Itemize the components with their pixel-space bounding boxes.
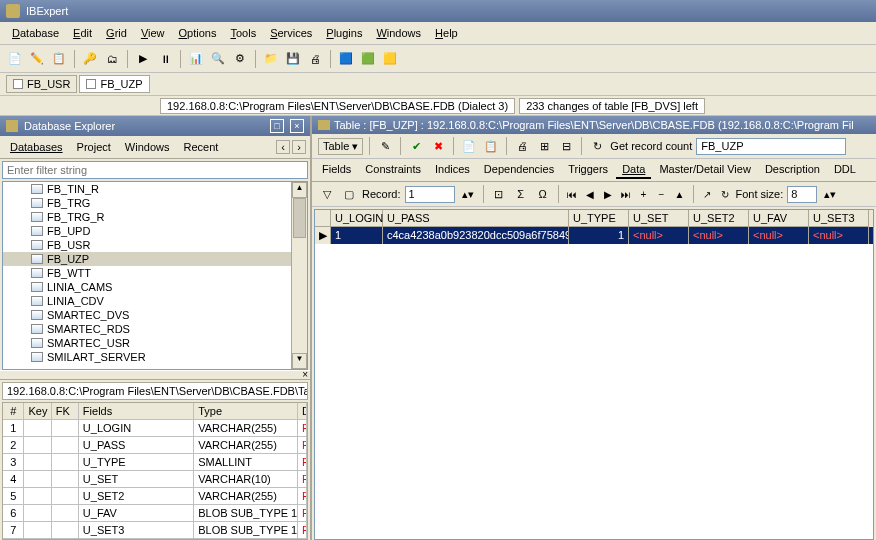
table-name-input[interactable] bbox=[696, 138, 846, 155]
tab-ddl[interactable]: DDL bbox=[828, 161, 862, 179]
field-row[interactable]: 6U_FAVBLOB SUB_TYPE 1 S...F bbox=[3, 505, 307, 522]
scrollbar[interactable]: ▲ ▼ bbox=[291, 182, 307, 369]
menu-services[interactable]: Services bbox=[264, 25, 318, 41]
field-row[interactable]: 5U_SET2VARCHAR(255)F bbox=[3, 488, 307, 505]
spin-icon[interactable]: ▴▾ bbox=[821, 185, 839, 203]
tab-windows[interactable]: Windows bbox=[119, 139, 176, 155]
tree-item[interactable]: SMARTEC_DVS bbox=[3, 308, 307, 322]
close-icon[interactable]: × bbox=[290, 119, 304, 133]
menu-edit[interactable]: Edit bbox=[67, 25, 98, 41]
tree-item[interactable]: SMILART_SERVER bbox=[3, 350, 307, 364]
menu-windows[interactable]: Windows bbox=[370, 25, 427, 41]
field-row[interactable]: 3U_TYPESMALLINTF bbox=[3, 454, 307, 471]
tool-icon[interactable]: 📁 bbox=[262, 50, 280, 68]
tool-icon[interactable]: 📄 bbox=[460, 137, 478, 155]
splitter[interactable]: × bbox=[0, 370, 310, 380]
nav-first-icon[interactable]: ⏮ bbox=[565, 189, 579, 200]
tab-dependencies[interactable]: Dependencies bbox=[478, 161, 560, 179]
tab-description[interactable]: Description bbox=[759, 161, 826, 179]
tool-icon[interactable]: 📄 bbox=[6, 50, 24, 68]
tab-triggers[interactable]: Triggers bbox=[562, 161, 614, 179]
tool-icon[interactable]: ✎ bbox=[376, 137, 394, 155]
tool-icon[interactable]: 🟦 bbox=[337, 50, 355, 68]
tool-icon[interactable]: 🔑 bbox=[81, 50, 99, 68]
refresh-icon[interactable]: ↻ bbox=[588, 137, 606, 155]
table-dropdown[interactable]: Table ▾ bbox=[318, 138, 363, 155]
tree-item[interactable]: FB_UZP bbox=[3, 252, 307, 266]
menu-tools[interactable]: Tools bbox=[224, 25, 262, 41]
nav-prev-icon[interactable]: ◀ bbox=[583, 189, 597, 200]
tool-icon[interactable]: ⊡ bbox=[490, 185, 508, 203]
menu-view[interactable]: View bbox=[135, 25, 171, 41]
tab-indices[interactable]: Indices bbox=[429, 161, 476, 179]
rollback-icon[interactable]: ✖ bbox=[429, 137, 447, 155]
commit-icon[interactable]: ✔ bbox=[407, 137, 425, 155]
close-icon[interactable]: × bbox=[302, 369, 308, 380]
tree-item[interactable]: FB_WTT bbox=[3, 266, 307, 280]
tree-item[interactable]: SMARTEC_RDS bbox=[3, 322, 307, 336]
nav-prev-icon[interactable]: ‹ bbox=[276, 140, 290, 154]
tool-icon[interactable]: ⏸ bbox=[156, 50, 174, 68]
tab-recent[interactable]: Recent bbox=[177, 139, 224, 155]
tool-icon[interactable]: ✏️ bbox=[28, 50, 46, 68]
field-row[interactable]: 2U_PASSVARCHAR(255)F bbox=[3, 437, 307, 454]
tool-icon[interactable]: 📊 bbox=[187, 50, 205, 68]
tool-icon[interactable]: ⊟ bbox=[557, 137, 575, 155]
tab-databases[interactable]: Databases bbox=[4, 139, 69, 155]
scroll-up-icon[interactable]: ▲ bbox=[292, 182, 307, 198]
tool-icon[interactable]: 🟨 bbox=[381, 50, 399, 68]
scroll-down-icon[interactable]: ▼ bbox=[292, 353, 307, 369]
tool-icon[interactable]: 🟩 bbox=[359, 50, 377, 68]
nav-next-icon[interactable]: ▶ bbox=[601, 189, 615, 200]
nav-arrow-icon[interactable]: ↗ bbox=[700, 189, 714, 200]
refresh-icon[interactable]: ↻ bbox=[718, 189, 732, 200]
get-record-count-label[interactable]: Get record count bbox=[610, 140, 692, 152]
filter-icon[interactable]: ▽ bbox=[318, 185, 336, 203]
tree-item[interactable]: LINIA_CAMS bbox=[3, 280, 307, 294]
print-icon[interactable]: 🖨 bbox=[513, 137, 531, 155]
menu-database[interactable]: Database bbox=[6, 25, 65, 41]
nav-add-icon[interactable]: + bbox=[637, 189, 651, 200]
tool-icon[interactable]: ⚙ bbox=[231, 50, 249, 68]
menu-plugins[interactable]: Plugins bbox=[320, 25, 368, 41]
nav-last-icon[interactable]: ⏭ bbox=[619, 189, 633, 200]
tab-project[interactable]: Project bbox=[71, 139, 117, 155]
tool-icon[interactable]: ⊞ bbox=[535, 137, 553, 155]
nav-delete-icon[interactable]: − bbox=[655, 189, 669, 200]
omega-icon[interactable]: Ω bbox=[534, 185, 552, 203]
sum-icon[interactable]: Σ bbox=[512, 185, 530, 203]
tree-item[interactable]: FB_TRG_R bbox=[3, 210, 307, 224]
tool-icon[interactable]: 🔍 bbox=[209, 50, 227, 68]
tool-icon[interactable]: 📋 bbox=[482, 137, 500, 155]
maximize-icon[interactable]: □ bbox=[270, 119, 284, 133]
menu-help[interactable]: Help bbox=[429, 25, 464, 41]
tab-constraints[interactable]: Constraints bbox=[359, 161, 427, 179]
data-row[interactable]: ▶ 1 c4ca4238a0b923820dcc509a6f75849b 1 <… bbox=[315, 227, 873, 244]
tool-icon[interactable]: 🖨 bbox=[306, 50, 324, 68]
nav-edit-icon[interactable]: ▲ bbox=[673, 189, 687, 200]
tool-icon[interactable]: 💾 bbox=[284, 50, 302, 68]
font-size-input[interactable] bbox=[787, 186, 817, 203]
tab-fields[interactable]: Fields bbox=[316, 161, 357, 179]
filter-input[interactable] bbox=[2, 161, 308, 179]
field-row[interactable]: 4U_SETVARCHAR(10)F bbox=[3, 471, 307, 488]
data-grid[interactable]: U_LOGIN U_PASS U_TYPE U_SET U_SET2 U_FAV… bbox=[314, 209, 874, 540]
tab-data[interactable]: Data bbox=[616, 161, 651, 179]
tree-item[interactable]: FB_UPD bbox=[3, 224, 307, 238]
tool-icon[interactable]: ▶ bbox=[134, 50, 152, 68]
tab-fb-usr[interactable]: FB_USR bbox=[6, 75, 77, 93]
tool-icon[interactable]: 📋 bbox=[50, 50, 68, 68]
nav-next-icon[interactable]: › bbox=[292, 140, 306, 154]
menu-options[interactable]: Options bbox=[173, 25, 223, 41]
tab-fb-uzp[interactable]: FB_UZP bbox=[79, 75, 149, 93]
record-input[interactable] bbox=[405, 186, 455, 203]
tool-icon[interactable]: 🗂 bbox=[103, 50, 121, 68]
tool-icon[interactable]: ▢ bbox=[340, 185, 358, 203]
field-row[interactable]: 1U_LOGINVARCHAR(255)F bbox=[3, 420, 307, 437]
tab-master-detail-view[interactable]: Master/Detail View bbox=[653, 161, 757, 179]
tree-item[interactable]: LINIA_CDV bbox=[3, 294, 307, 308]
field-row[interactable]: 7U_SET3BLOB SUB_TYPE 1 S...F bbox=[3, 522, 307, 539]
tree-item[interactable]: FB_TIN_R bbox=[3, 182, 307, 196]
tree-item[interactable]: FB_USR bbox=[3, 238, 307, 252]
tree-item[interactable]: SMARTEC_USR bbox=[3, 336, 307, 350]
